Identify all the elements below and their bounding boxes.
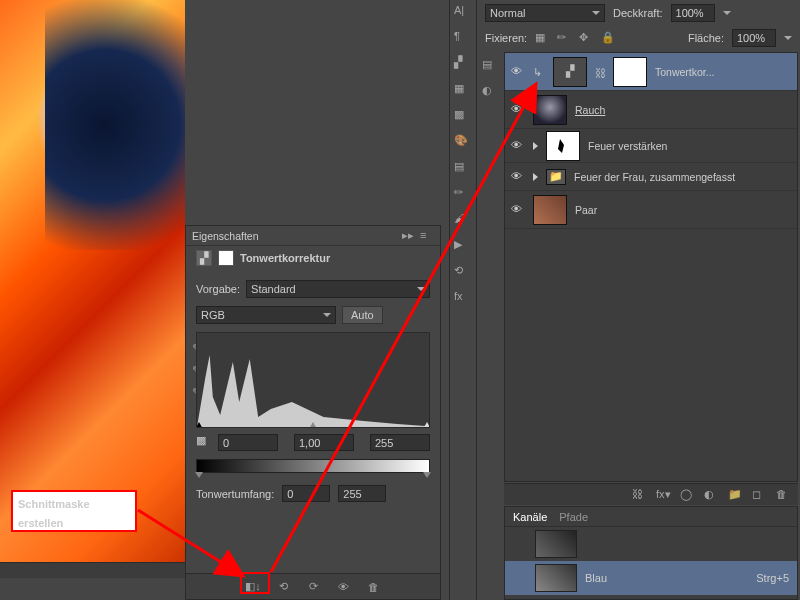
mask-thumbnail[interactable] bbox=[613, 57, 647, 87]
adjustment-name: Tonwertkorrektur bbox=[240, 252, 330, 264]
chevron-down-icon bbox=[592, 11, 600, 15]
lock-transparency-icon[interactable]: ▦ bbox=[535, 31, 549, 45]
layer-options-bar: Normal Deckkraft: 100% bbox=[477, 0, 800, 26]
fill-flyout-icon[interactable] bbox=[784, 36, 792, 40]
lock-all-icon[interactable]: 🔒 bbox=[601, 31, 615, 45]
visibility-icon[interactable]: 👁 bbox=[511, 203, 525, 217]
channel-row[interactable]: Blau Strg+5 bbox=[505, 561, 797, 595]
fx-icon[interactable]: fx▾ bbox=[656, 488, 670, 502]
range-min-input[interactable]: 0 bbox=[282, 485, 330, 502]
group-icon[interactable]: 📁 bbox=[728, 488, 742, 502]
channel-thumbnail bbox=[535, 530, 577, 558]
fill-label: Fläche: bbox=[688, 32, 724, 44]
channel-name[interactable]: Blau bbox=[585, 572, 748, 584]
navigator-icon[interactable]: ▦ bbox=[454, 82, 472, 100]
input-adjust-icon[interactable]: ▩ bbox=[196, 434, 210, 451]
levels-icon: ▞ bbox=[196, 250, 212, 266]
layer-name[interactable]: Paar bbox=[575, 204, 791, 216]
visibility-icon[interactable]: 👁 bbox=[511, 170, 525, 184]
highlights-input[interactable]: 255 bbox=[370, 434, 430, 451]
expand-icon[interactable] bbox=[533, 173, 538, 181]
visibility-icon[interactable]: 👁 bbox=[511, 103, 525, 117]
delete-icon[interactable]: 🗑 bbox=[364, 578, 382, 596]
adjustments-tab-icon[interactable]: ◐ bbox=[482, 84, 498, 100]
opacity-flyout-icon[interactable] bbox=[723, 11, 731, 15]
prev-state-icon[interactable]: ⟲ bbox=[274, 578, 292, 596]
history-icon[interactable]: ⟲ bbox=[454, 264, 472, 282]
swatches-icon[interactable]: ▩ bbox=[454, 108, 472, 126]
channels-tab[interactable]: Kanäle bbox=[513, 511, 547, 523]
brush-icon[interactable]: ✏ bbox=[454, 186, 472, 204]
visibility-icon[interactable]: 👁 bbox=[511, 139, 525, 153]
annotation-callout: Schnittmaske erstellen bbox=[11, 490, 137, 532]
folder-icon: 📁 bbox=[546, 169, 566, 185]
layer-thumbnail[interactable] bbox=[533, 95, 567, 125]
highlight-slider[interactable] bbox=[423, 422, 430, 428]
layer-row[interactable]: 👁 Feuer verstärken bbox=[505, 129, 797, 163]
auto-button[interactable]: Auto bbox=[342, 306, 383, 324]
preset-select[interactable]: Standard bbox=[246, 280, 430, 298]
layer-row[interactable]: 👁 Rauch bbox=[505, 91, 797, 129]
grid-icon[interactable]: ▤ bbox=[454, 160, 472, 178]
lock-pixels-icon[interactable]: ✏ bbox=[557, 31, 571, 45]
layer-name[interactable]: Tonwertkor... bbox=[655, 66, 791, 78]
properties-panel: Eigenschaften ▸▸ ≡ ▞ Tonwertkorrektur Vo… bbox=[185, 225, 441, 600]
right-tab-strip: ▤ ◐ bbox=[477, 52, 503, 600]
svg-marker-0 bbox=[197, 355, 429, 427]
paths-tab[interactable]: Pfade bbox=[559, 511, 588, 523]
shadows-input[interactable]: 0 bbox=[218, 434, 278, 451]
character-icon[interactable]: A| bbox=[454, 4, 472, 22]
layer-name[interactable]: Rauch bbox=[575, 104, 791, 116]
layer-row[interactable]: 👁 📁 Feuer der Frau, zusammengefasst bbox=[505, 163, 797, 191]
layer-thumbnail[interactable] bbox=[533, 195, 567, 225]
visibility-icon[interactable]: 👁 bbox=[511, 65, 525, 79]
layers-list: 👁 ↳ ▞ ⛓ Tonwertkor... 👁 Rauch 👁 Feuer ve… bbox=[504, 52, 798, 482]
opacity-input[interactable]: 100% bbox=[671, 4, 715, 22]
styles-icon[interactable]: fx bbox=[454, 290, 472, 308]
document-canvas[interactable] bbox=[0, 0, 185, 562]
layer-row[interactable]: 👁 ↳ ▞ ⛓ Tonwertkor... bbox=[505, 53, 797, 91]
panel-title: Eigenschaften bbox=[192, 230, 398, 242]
layers-footer: ⛓ fx▾ ◯ ◐ 📁 ◻ 🗑 bbox=[504, 483, 798, 505]
link-layers-icon[interactable]: ⛓ bbox=[632, 488, 646, 502]
lock-bar: Fixieren: ▦ ✏ ✥ 🔒 Fläche: 100% bbox=[477, 26, 800, 50]
layer-row[interactable]: 👁 Paar bbox=[505, 191, 797, 229]
panel-menu-icon[interactable]: ≡ bbox=[420, 229, 434, 243]
output-gradient[interactable] bbox=[196, 459, 430, 473]
shadow-slider[interactable] bbox=[196, 422, 203, 428]
channel-thumbnail bbox=[535, 564, 577, 592]
layer-name[interactable]: Feuer der Frau, zusammengefasst bbox=[574, 171, 791, 183]
blend-mode-select[interactable]: Normal bbox=[485, 4, 605, 22]
adjustment-icon[interactable]: ◐ bbox=[704, 488, 718, 502]
mask-icon[interactable]: ◯ bbox=[680, 488, 694, 502]
actions-icon[interactable]: ▶ bbox=[454, 238, 472, 256]
range-max-input[interactable]: 255 bbox=[338, 485, 386, 502]
levels-thumb-icon: ▞ bbox=[553, 57, 587, 87]
layer-name[interactable]: Feuer verstärken bbox=[588, 140, 791, 152]
mask-icon[interactable] bbox=[218, 250, 234, 266]
midtones-input[interactable]: 1,00 bbox=[294, 434, 354, 451]
layers-tab-icon[interactable]: ▤ bbox=[482, 58, 498, 74]
brush-preset-icon[interactable]: 🖌 bbox=[454, 212, 472, 230]
lock-position-icon[interactable]: ✥ bbox=[579, 31, 593, 45]
smoke-visual bbox=[65, 40, 185, 220]
reset-icon[interactable]: ⟳ bbox=[304, 578, 322, 596]
opacity-label: Deckkraft: bbox=[613, 7, 663, 19]
mask-thumbnail[interactable] bbox=[546, 131, 580, 161]
properties-footer: ◧↓ ⟲ ⟳ 👁 🗑 bbox=[186, 573, 440, 599]
fill-input[interactable]: 100% bbox=[732, 29, 776, 47]
histogram[interactable] bbox=[196, 332, 430, 428]
new-layer-icon[interactable]: ◻ bbox=[752, 488, 766, 502]
channel-row[interactable] bbox=[505, 527, 797, 561]
collapse-icon[interactable]: ▸▸ bbox=[402, 229, 416, 243]
trash-icon[interactable]: 🗑 bbox=[776, 488, 790, 502]
histogram-icon[interactable]: ▞ bbox=[454, 56, 472, 74]
paragraph-icon[interactable]: ¶ bbox=[454, 30, 472, 48]
color-icon[interactable]: 🎨 bbox=[454, 134, 472, 152]
expand-icon[interactable] bbox=[533, 142, 538, 150]
right-panel: Normal Deckkraft: 100% Fixieren: ▦ ✏ ✥ 🔒… bbox=[477, 0, 800, 600]
annotation-highlight bbox=[240, 572, 270, 594]
channel-select[interactable]: RGB bbox=[196, 306, 336, 324]
midtone-slider[interactable] bbox=[309, 422, 317, 428]
visibility-icon[interactable]: 👁 bbox=[334, 578, 352, 596]
